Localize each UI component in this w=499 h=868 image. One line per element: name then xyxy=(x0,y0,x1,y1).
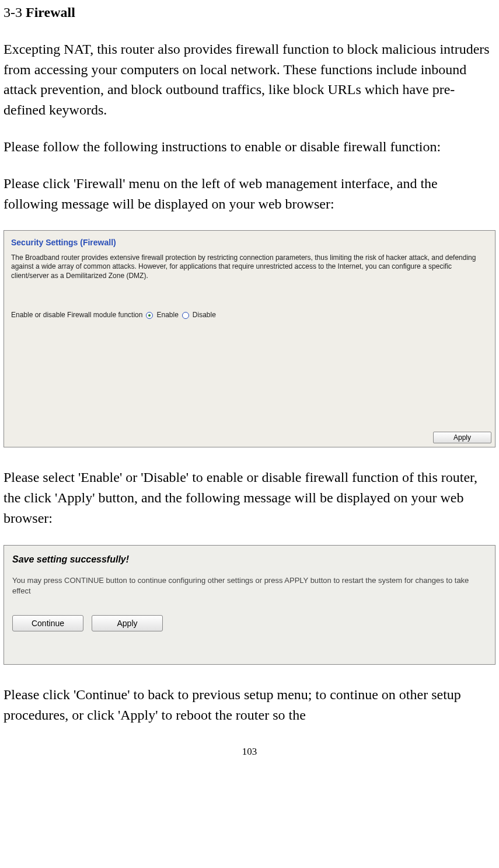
instruction-paragraph-4: Please click 'Continue' to back to previ… xyxy=(4,685,495,725)
instruction-paragraph-1: Please follow the following instructions… xyxy=(4,137,495,157)
page-number: 103 xyxy=(4,745,495,759)
instruction-paragraph-2: Please click 'Firewall' menu on the left… xyxy=(4,173,495,214)
apply-button[interactable]: Apply xyxy=(433,432,491,443)
save-title: Save setting successfully! xyxy=(12,553,487,566)
firewall-settings-screenshot: Security Settings (Firewall) The Broadba… xyxy=(4,230,495,447)
radio-disable-label: Disable xyxy=(193,311,216,320)
radio-disable[interactable] xyxy=(182,312,189,319)
section-number: 3-3 xyxy=(4,5,26,20)
section-heading: 3-3 Firewall xyxy=(4,2,495,23)
section-title-text: Firewall xyxy=(26,5,75,20)
button-row: Continue Apply xyxy=(12,615,487,631)
intro-paragraph: Excepting NAT, this router also provides… xyxy=(4,39,495,120)
save-description: You may press CONTINUE button to continu… xyxy=(12,575,487,596)
screenshot-title: Security Settings (Firewall) xyxy=(11,237,488,248)
firewall-toggle-row: Enable or disable Firewall module functi… xyxy=(11,311,488,320)
screenshot-description: The Broadband router provides extensive … xyxy=(11,254,488,281)
toggle-label: Enable or disable Firewall module functi… xyxy=(11,311,142,320)
save-success-screenshot: Save setting successfully! You may press… xyxy=(4,545,495,665)
continue-button[interactable]: Continue xyxy=(12,615,83,631)
apply-button-2[interactable]: Apply xyxy=(92,615,163,631)
radio-enable-label: Enable xyxy=(156,311,178,320)
radio-enable[interactable] xyxy=(146,312,153,319)
instruction-paragraph-3: Please select 'Enable' or 'Disable' to e… xyxy=(4,467,495,528)
